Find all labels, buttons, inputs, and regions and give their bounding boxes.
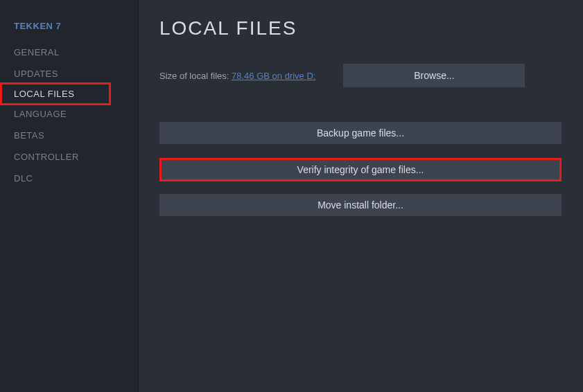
- sidebar: TEKKEN 7 GENERAL UPDATES LOCAL FILES LAN…: [0, 0, 139, 392]
- sidebar-item-controller[interactable]: CONTROLLER: [0, 146, 138, 168]
- sidebar-item-general[interactable]: GENERAL: [0, 42, 138, 63]
- browse-button[interactable]: Browse...: [343, 64, 525, 87]
- size-row: Size of local files: 78.46 GB on drive D…: [159, 64, 562, 87]
- sidebar-item-local-files[interactable]: LOCAL FILES: [0, 82, 111, 105]
- sidebar-item-language[interactable]: LANGUAGE: [0, 103, 138, 125]
- sidebar-item-updates[interactable]: UPDATES: [0, 63, 138, 84]
- main-panel: LOCAL FILES Size of local files: 78.46 G…: [139, 0, 583, 392]
- size-label: Size of local files: 78.46 GB on drive D…: [159, 71, 315, 81]
- move-button[interactable]: Move install folder...: [159, 194, 562, 216]
- sidebar-item-dlc[interactable]: DLC: [0, 168, 138, 189]
- size-label-text: Size of local files:: [159, 71, 232, 81]
- game-title: TEKKEN 7: [0, 17, 138, 42]
- backup-button[interactable]: Backup game files...: [159, 122, 562, 144]
- sidebar-item-betas[interactable]: BETAS: [0, 125, 138, 146]
- size-value[interactable]: 78.46 GB on drive D:: [232, 71, 315, 81]
- verify-button[interactable]: Verify integrity of game files...: [159, 158, 562, 181]
- page-title: LOCAL FILES: [159, 17, 562, 39]
